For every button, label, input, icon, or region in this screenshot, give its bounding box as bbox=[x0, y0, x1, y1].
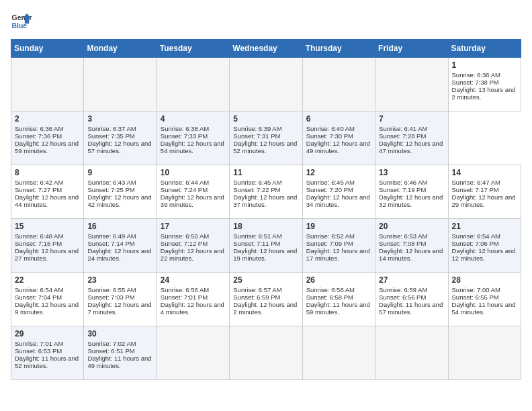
calendar-day-27: 27Sunrise: 6:59 AMSunset: 6:56 PMDayligh… bbox=[375, 273, 448, 326]
sunrise-text: Sunrise: 6:47 AM bbox=[452, 179, 500, 186]
day-number: 13 bbox=[379, 168, 444, 177]
calendar-header-saturday: Saturday bbox=[448, 40, 521, 58]
daylight-text: Daylight: 12 hours and 2 minutes. bbox=[233, 301, 297, 316]
sunset-text: Sunset: 7:17 PM bbox=[452, 186, 499, 193]
daylight-text: Daylight: 12 hours and 57 minutes. bbox=[87, 140, 151, 154]
sunset-text: Sunset: 6:58 PM bbox=[306, 293, 353, 301]
sunrise-text: Sunrise: 6:54 AM bbox=[15, 286, 63, 293]
calendar-day-8: 8Sunrise: 6:42 AMSunset: 7:27 PMDaylight… bbox=[11, 165, 84, 219]
sunset-text: Sunset: 7:19 PM bbox=[379, 186, 426, 193]
sunrise-text: Sunrise: 6:39 AM bbox=[233, 125, 281, 132]
daylight-text: Daylight: 11 hours and 54 minutes. bbox=[452, 301, 516, 316]
day-number: 17 bbox=[161, 222, 226, 231]
sunset-text: Sunset: 7:16 PM bbox=[15, 240, 62, 247]
calendar-day-6: 6Sunrise: 6:40 AMSunset: 7:30 PMDaylight… bbox=[302, 111, 375, 165]
daylight-text: Daylight: 12 hours and 32 minutes. bbox=[379, 193, 443, 208]
calendar-week-5: 22Sunrise: 6:54 AMSunset: 7:04 PMDayligh… bbox=[11, 273, 521, 326]
daylight-text: Daylight: 12 hours and 39 minutes. bbox=[161, 193, 224, 208]
day-number: 9 bbox=[87, 168, 152, 177]
day-number: 25 bbox=[233, 275, 298, 285]
empty-cell bbox=[375, 58, 448, 111]
sunrise-text: Sunrise: 6:44 AM bbox=[161, 179, 209, 186]
sunset-text: Sunset: 7:27 PM bbox=[15, 186, 62, 193]
day-number: 3 bbox=[87, 114, 152, 124]
daylight-text: Daylight: 11 hours and 52 minutes. bbox=[15, 355, 79, 369]
daylight-text: Daylight: 12 hours and 7 minutes. bbox=[87, 301, 151, 316]
sunset-text: Sunset: 7:28 PM bbox=[379, 132, 426, 140]
calendar-day-23: 23Sunrise: 6:55 AMSunset: 7:03 PMDayligh… bbox=[84, 273, 157, 326]
sunrise-text: Sunrise: 6:58 AM bbox=[306, 286, 355, 293]
calendar-week-1: 1Sunrise: 6:36 AMSunset: 7:38 PMDaylight… bbox=[11, 58, 521, 111]
daylight-text: Daylight: 12 hours and 27 minutes. bbox=[15, 247, 79, 262]
daylight-text: Daylight: 12 hours and 52 minutes. bbox=[233, 140, 297, 154]
sunrise-text: Sunrise: 6:53 AM bbox=[379, 232, 427, 240]
empty-cell bbox=[157, 58, 229, 111]
daylight-text: Daylight: 12 hours and 14 minutes. bbox=[379, 247, 443, 262]
sunset-text: Sunset: 7:14 PM bbox=[87, 240, 134, 247]
calendar-week-3: 8Sunrise: 6:42 AMSunset: 7:27 PMDaylight… bbox=[11, 165, 521, 219]
day-number: 29 bbox=[15, 329, 80, 338]
empty-cell bbox=[11, 58, 84, 111]
day-number: 8 bbox=[15, 168, 80, 177]
day-number: 7 bbox=[379, 114, 444, 124]
empty-cell bbox=[448, 326, 521, 380]
calendar-body: 1Sunrise: 6:36 AMSunset: 7:38 PMDaylight… bbox=[11, 58, 521, 380]
daylight-text: Daylight: 12 hours and 9 minutes. bbox=[15, 301, 79, 316]
calendar-day-25: 25Sunrise: 6:57 AMSunset: 6:59 PMDayligh… bbox=[230, 273, 302, 326]
sunset-text: Sunset: 6:53 PM bbox=[15, 347, 62, 355]
sunset-text: Sunset: 7:35 PM bbox=[87, 132, 134, 140]
day-number: 21 bbox=[452, 222, 517, 231]
calendar-day-1: 1Sunrise: 6:36 AMSunset: 7:38 PMDaylight… bbox=[448, 58, 521, 111]
calendar-week-4: 15Sunrise: 6:48 AMSunset: 7:16 PMDayligh… bbox=[11, 219, 521, 273]
sunset-text: Sunset: 7:20 PM bbox=[306, 186, 353, 193]
calendar-day-28: 28Sunrise: 7:00 AMSunset: 6:55 PMDayligh… bbox=[448, 273, 521, 326]
calendar-day-11: 11Sunrise: 6:45 AMSunset: 7:22 PMDayligh… bbox=[230, 165, 302, 219]
logo-icon: General Blue bbox=[11, 11, 32, 32]
sunset-text: Sunset: 6:55 PM bbox=[452, 293, 499, 301]
sunset-text: Sunset: 7:36 PM bbox=[15, 132, 62, 140]
calendar-header-row: SundayMondayTuesdayWednesdayThursdayFrid… bbox=[11, 40, 521, 58]
sunset-text: Sunset: 7:31 PM bbox=[233, 132, 280, 140]
sunset-text: Sunset: 7:30 PM bbox=[306, 132, 353, 140]
sunrise-text: Sunrise: 6:59 AM bbox=[379, 286, 427, 293]
sunset-text: Sunset: 7:03 PM bbox=[87, 293, 134, 301]
sunrise-text: Sunrise: 6:41 AM bbox=[379, 125, 427, 132]
calendar-day-3: 3Sunrise: 6:37 AMSunset: 7:35 PMDaylight… bbox=[84, 111, 157, 165]
day-number: 28 bbox=[452, 275, 517, 285]
day-number: 2 bbox=[15, 114, 80, 124]
calendar-header-sunday: Sunday bbox=[11, 40, 84, 58]
calendar-day-26: 26Sunrise: 6:58 AMSunset: 6:58 PMDayligh… bbox=[302, 273, 375, 326]
sunset-text: Sunset: 7:25 PM bbox=[87, 186, 134, 193]
sunrise-text: Sunrise: 6:57 AM bbox=[233, 286, 281, 293]
sunset-text: Sunset: 7:11 PM bbox=[233, 240, 280, 247]
sunrise-text: Sunrise: 6:56 AM bbox=[161, 286, 209, 293]
daylight-text: Daylight: 11 hours and 59 minutes. bbox=[306, 301, 370, 316]
calendar-day-22: 22Sunrise: 6:54 AMSunset: 7:04 PMDayligh… bbox=[11, 273, 84, 326]
calendar-week-2: 2Sunrise: 6:36 AMSunset: 7:36 PMDaylight… bbox=[11, 111, 521, 165]
day-number: 20 bbox=[379, 222, 444, 231]
day-number: 1 bbox=[452, 60, 517, 70]
empty-cell bbox=[230, 326, 302, 380]
empty-cell bbox=[302, 58, 375, 111]
sunset-text: Sunset: 6:56 PM bbox=[379, 293, 426, 301]
empty-cell bbox=[84, 58, 157, 111]
calendar-day-30: 30Sunrise: 7:02 AMSunset: 6:51 PMDayligh… bbox=[84, 326, 157, 380]
sunrise-text: Sunrise: 6:51 AM bbox=[233, 232, 281, 240]
day-number: 15 bbox=[15, 222, 80, 231]
sunrise-text: Sunrise: 6:45 AM bbox=[306, 179, 355, 186]
calendar-week-6: 29Sunrise: 7:01 AMSunset: 6:53 PMDayligh… bbox=[11, 326, 521, 380]
logo: General Blue bbox=[11, 11, 32, 32]
daylight-text: Daylight: 12 hours and 59 minutes. bbox=[15, 140, 79, 154]
sunrise-text: Sunrise: 6:50 AM bbox=[161, 232, 209, 240]
sunrise-text: Sunrise: 6:55 AM bbox=[87, 286, 136, 293]
sunset-text: Sunset: 7:08 PM bbox=[379, 240, 426, 247]
empty-cell bbox=[230, 58, 302, 111]
daylight-text: Daylight: 12 hours and 17 minutes. bbox=[306, 247, 370, 262]
daylight-text: Daylight: 12 hours and 19 minutes. bbox=[233, 247, 297, 262]
daylight-text: Daylight: 12 hours and 49 minutes. bbox=[306, 140, 370, 154]
sunrise-text: Sunrise: 6:54 AM bbox=[452, 232, 500, 240]
calendar-header-wednesday: Wednesday bbox=[230, 40, 302, 58]
empty-cell bbox=[302, 326, 375, 380]
sunset-text: Sunset: 7:09 PM bbox=[306, 240, 353, 247]
day-number: 23 bbox=[87, 275, 152, 285]
